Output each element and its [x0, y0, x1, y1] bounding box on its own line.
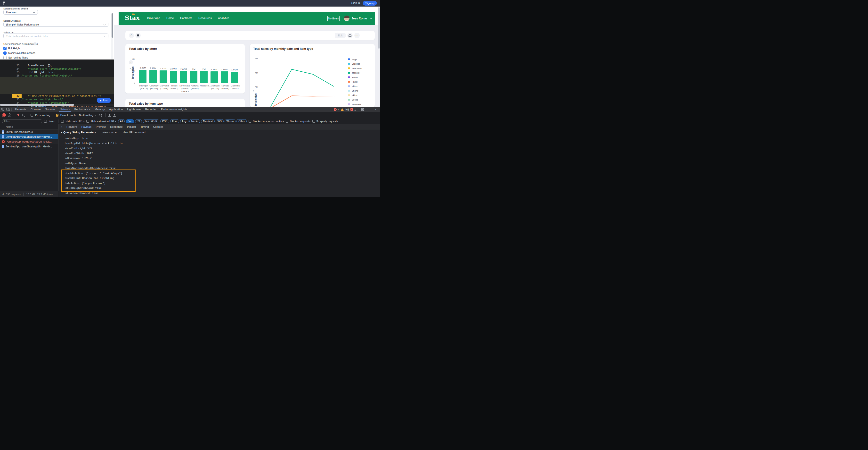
axis-expand-icon[interactable]: ▶: [130, 67, 131, 69]
invert-checkbox[interactable]: [44, 120, 47, 123]
settings-gear-icon[interactable]: [360, 107, 365, 112]
request-type-pill[interactable]: Img: [180, 119, 188, 123]
bar-category-label[interactable]: Arizona(86001): [190, 85, 200, 90]
legend-item[interactable]: Jeans: [348, 75, 364, 80]
preview-scrollbar[interactable]: [378, 7, 380, 49]
request-type-pill[interactable]: All: [118, 119, 125, 123]
bar-Nevada[interactable]: [221, 72, 228, 83]
bar-Michigan[interactable]: [211, 72, 218, 83]
ux-checkbox-row[interactable]: Modify available actions: [3, 51, 35, 55]
devtools-tab[interactable]: Performance insights: [159, 107, 189, 112]
request-type-pill[interactable]: Font: [170, 119, 179, 123]
disable-cache-checkbox[interactable]: [56, 114, 58, 117]
y-axis-label[interactable]: Total sales: [131, 66, 134, 80]
bar-category-label[interactable]: Illinois(60642): [169, 85, 180, 90]
throttling-select[interactable]: No throttling: [79, 114, 97, 117]
details-tab[interactable]: Preview: [94, 124, 108, 129]
legend-item[interactable]: Shirts: [348, 84, 364, 89]
ux-checkbox-row[interactable]: Set runtime filters: [3, 56, 28, 59]
bar-Colorado[interactable]: [149, 70, 157, 83]
run-button[interactable]: ▶Run: [97, 97, 111, 103]
import-har-icon[interactable]: [108, 114, 111, 117]
bar-category-label[interactable]: Nevada(89145): [220, 85, 230, 90]
request-type-pill[interactable]: Other: [237, 119, 247, 123]
legend-item[interactable]: Sweaters: [348, 102, 364, 107]
filter-input[interactable]: [2, 119, 42, 123]
extra-filter[interactable]: Blocked requests: [286, 120, 310, 123]
bar-category-label[interactable]: Massach...: [200, 85, 210, 90]
code-line[interactable]: 32 /* Use either visibleActions or hidde…: [0, 91, 114, 94]
devtools-tab[interactable]: Performance: [72, 107, 93, 112]
panel-scrollbar[interactable]: [111, 13, 113, 66]
details-tab[interactable]: Timing: [138, 124, 151, 129]
legend-item[interactable]: Socks: [348, 97, 364, 102]
bar-Illinois[interactable]: [170, 71, 177, 83]
sign-in-link[interactable]: Sign in: [351, 1, 360, 4]
feature-select[interactable]: Liveboard: [3, 10, 38, 15]
devtools-tab[interactable]: Application: [107, 107, 125, 112]
export-har-icon[interactable]: [113, 114, 116, 117]
bar-Massach...[interactable]: [200, 71, 208, 83]
code-line[interactable]: 24 /*param-start-liveboardFullHeight*/: [0, 64, 114, 67]
details-tab[interactable]: Payload: [79, 124, 94, 129]
checkbox[interactable]: [3, 52, 6, 55]
devtools-tab[interactable]: Memory: [92, 107, 107, 112]
code-line[interactable]: 30 // visibleActions: [], /* Removes all…: [0, 84, 114, 87]
request-row[interactable]: × ?embedApp=true&hostAppUrl=khivjb...: [0, 139, 58, 144]
preserve-log-checkbox[interactable]: [31, 114, 33, 117]
checkbox[interactable]: [3, 56, 6, 59]
editor-horizontal-scrollbar[interactable]: [0, 104, 114, 106]
line-series-Pants[interactable]: [271, 96, 334, 107]
clear-network-log-icon[interactable]: [8, 113, 11, 117]
info-icon[interactable]: i: [33, 42, 37, 46]
bar-Michigan[interactable]: [139, 70, 147, 83]
code-editor[interactable]: 23 frameParams: {}, 24 /*param-start-liv…: [0, 59, 114, 107]
stax-nav-link[interactable]: Buyer App: [147, 17, 160, 20]
stax-nav-link[interactable]: Contracts: [180, 17, 192, 20]
details-tab[interactable]: Cookies: [151, 124, 166, 129]
code-line[interactable]: 35 liveboardId: "d084c256-e284-4fc4-b80c…: [0, 101, 114, 105]
request-type-pill[interactable]: Doc: [126, 119, 134, 123]
legend-item[interactable]: Pants: [348, 80, 364, 84]
more-options-icon[interactable]: ⋮: [367, 107, 372, 112]
bar-category-label[interactable]: Minnesota(55369): [180, 85, 190, 90]
stax-nav-link[interactable]: Analytics: [218, 17, 229, 20]
checkbox[interactable]: [3, 47, 6, 50]
bar-California[interactable]: [231, 72, 238, 83]
legend-item[interactable]: Skirts: [348, 93, 364, 97]
liveboard-select[interactable]: (Sample) Sales Performance: [3, 22, 108, 27]
hide-extension-urls-checkbox[interactable]: [86, 120, 89, 123]
more-menu-icon[interactable]: ⋯: [354, 33, 360, 38]
filter-funnel-icon[interactable]: [17, 114, 20, 117]
legend-item[interactable]: Headwear: [348, 66, 364, 71]
devtools-tab[interactable]: Console: [28, 107, 43, 112]
x-axis-label[interactable]: store ▾: [125, 90, 245, 93]
checkbox[interactable]: [312, 120, 315, 123]
inspect-element-icon[interactable]: [0, 107, 5, 112]
request-type-pill[interactable]: Media: [189, 119, 200, 123]
bar-category-label[interactable]: Michigan(49512): [139, 85, 149, 90]
line-series-Jackets[interactable]: [271, 69, 334, 106]
devtools-tab[interactable]: Sources: [43, 107, 58, 112]
errors-icon[interactable]: ×: [334, 108, 337, 111]
lock-icon[interactable]: [135, 33, 141, 38]
favorite-star-icon[interactable]: ☆: [129, 33, 134, 38]
request-row[interactable]: ?embedApp=true&hostAppUrl=khivjb...: [0, 134, 58, 139]
extra-filter[interactable]: 3rd-party requests: [312, 120, 338, 123]
devtools-tab[interactable]: Network: [58, 107, 72, 112]
thoughtspot-logo-icon[interactable]: [2, 1, 7, 6]
sign-up-button[interactable]: Sign up: [363, 1, 377, 6]
edit-button[interactable]: Edit: [335, 33, 346, 38]
view-url-encoded-link[interactable]: view URL-encoded: [123, 131, 146, 134]
name-column-header[interactable]: Name: [0, 124, 58, 130]
request-row[interactable]: khivjb--run.stackblitz.io: [0, 130, 58, 134]
sort-descending-icon[interactable]: ↓: [129, 60, 133, 64]
chevron-down-icon[interactable]: [370, 17, 372, 19]
record-network-log-icon[interactable]: [2, 113, 6, 117]
legend-item[interactable]: Dresses: [348, 62, 364, 66]
bar-Minnesota[interactable]: [180, 71, 187, 83]
request-type-pill[interactable]: Manifest: [201, 119, 215, 123]
code-line[interactable]: 33/*param-end-modifyActions*/: [0, 94, 114, 97]
bar-category-label[interactable]: Maryland(21045): [159, 85, 169, 90]
avatar[interactable]: [344, 16, 349, 21]
